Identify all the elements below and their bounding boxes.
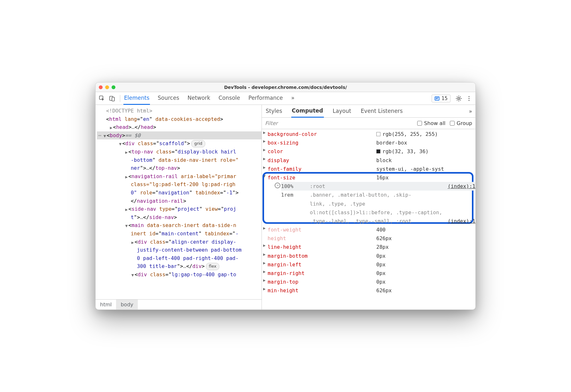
breadcrumb-html[interactable]: html (96, 300, 116, 310)
font-size-sources: ➜ 100% :root (index):1 1rem .banner, .ma… (262, 182, 475, 225)
prop-font-family[interactable]: ▶font-familysystem-ui, -apple-syst (262, 165, 475, 173)
subtab-event-listeners[interactable]: Event Listeners (360, 105, 403, 117)
zoom-window-button[interactable] (112, 85, 115, 89)
prop-margin-right[interactable]: ▶margin-right0px (262, 269, 475, 278)
subtab-computed[interactable]: Computed (291, 105, 324, 118)
main-tabs: Elements Sources Network Console Perform… (123, 92, 295, 105)
subtab-layout[interactable]: Layout (332, 105, 352, 117)
close-window-button[interactable] (99, 85, 103, 89)
svg-point-6 (468, 98, 469, 99)
selected-element-row[interactable]: ⋯<body> == $0 (97, 131, 262, 140)
doctype: <!DOCTYPE html> (106, 108, 153, 114)
main-toolbar: Elements Sources Network Console Perform… (96, 92, 475, 105)
titlebar: DevTools - developer.chrome.com/docs/dev… (96, 82, 475, 92)
toolbar-separator (120, 95, 120, 102)
prop-background-color[interactable]: ▶background-colorrgb(255, 255, 255) (262, 130, 475, 138)
tab-console[interactable]: Console (218, 92, 241, 105)
devtools-window: DevTools - developer.chrome.com/docs/dev… (95, 82, 476, 310)
svg-point-5 (468, 96, 469, 97)
svg-point-7 (468, 100, 469, 101)
sidebar-tabs: Styles Computed Layout Event Listeners » (262, 105, 475, 118)
filter-row: Filter Show all Group (262, 118, 475, 129)
tab-elements[interactable]: Elements (123, 92, 150, 105)
filter-input[interactable]: Filter (265, 120, 413, 126)
prop-height[interactable]: height626px (262, 234, 475, 243)
prop-box-sizing[interactable]: ▶box-sizingborder-box (262, 138, 475, 147)
inspect-element-icon[interactable] (98, 94, 106, 103)
window-title: DevTools - developer.chrome.com/docs/dev… (96, 85, 475, 90)
prop-color[interactable]: ▶colorrgb(32, 33, 36) (262, 147, 475, 156)
breadcrumb-body[interactable]: body (116, 300, 138, 310)
issues-badge[interactable]: 15 (432, 95, 450, 102)
computed-properties[interactable]: ▶background-colorrgb(255, 255, 255)▶box-… (262, 129, 475, 310)
prop-margin-left[interactable]: ▶margin-left0px (262, 260, 475, 269)
settings-icon[interactable] (454, 94, 463, 103)
prop-margin-bottom[interactable]: ▶margin-bottom0px (262, 252, 475, 260)
breadcrumb: html body (96, 299, 262, 310)
goto-source-icon[interactable]: ➜ (275, 183, 280, 188)
svg-rect-2 (112, 97, 114, 101)
prop-display[interactable]: ▶displayblock (262, 156, 475, 165)
side-panel: Styles Computed Layout Event Listeners »… (262, 105, 475, 310)
show-all-checkbox[interactable]: Show all (417, 120, 445, 126)
subtab-styles[interactable]: Styles (265, 105, 283, 117)
tab-performance[interactable]: Performance (248, 92, 284, 105)
font-size-source-2[interactable]: 1rem .banner, .material-button, .skip- (281, 191, 475, 199)
grid-badge[interactable]: grid (191, 140, 205, 147)
prop-line-height[interactable]: ▶line-height28px (262, 243, 475, 251)
tab-sources[interactable]: Sources (157, 92, 180, 105)
more-subtabs-icon[interactable]: » (469, 108, 472, 114)
svg-point-4 (458, 98, 460, 99)
minimize-window-button[interactable] (105, 85, 109, 89)
main-area: <!DOCTYPE html> <html lang="en" data-coo… (96, 105, 475, 310)
font-size-source-1[interactable]: 100% :root (index):1 (281, 182, 475, 191)
more-tabs-icon[interactable]: » (291, 92, 295, 105)
dom-panel: <!DOCTYPE html> <html lang="en" data-coo… (96, 105, 262, 310)
prop-font-weight[interactable]: ▶font-weight400 (262, 225, 475, 234)
traffic-lights (99, 85, 115, 89)
group-checkbox[interactable]: Group (450, 120, 472, 126)
issues-count: 15 (442, 96, 448, 101)
tab-network[interactable]: Network (187, 92, 211, 105)
prop-margin-top[interactable]: ▶margin-top0px (262, 278, 475, 286)
dom-tree[interactable]: <!DOCTYPE html> <html lang="en" data-coo… (96, 105, 262, 299)
prop-min-height[interactable]: ▶min-height626px (262, 286, 475, 295)
flex-badge[interactable]: flex (206, 263, 219, 270)
issues-icon (434, 96, 440, 101)
prop-font-size[interactable]: ▼ font-size 16px (262, 173, 475, 182)
device-toolbar-icon[interactable] (108, 94, 117, 103)
kebab-menu-icon[interactable] (465, 94, 473, 103)
